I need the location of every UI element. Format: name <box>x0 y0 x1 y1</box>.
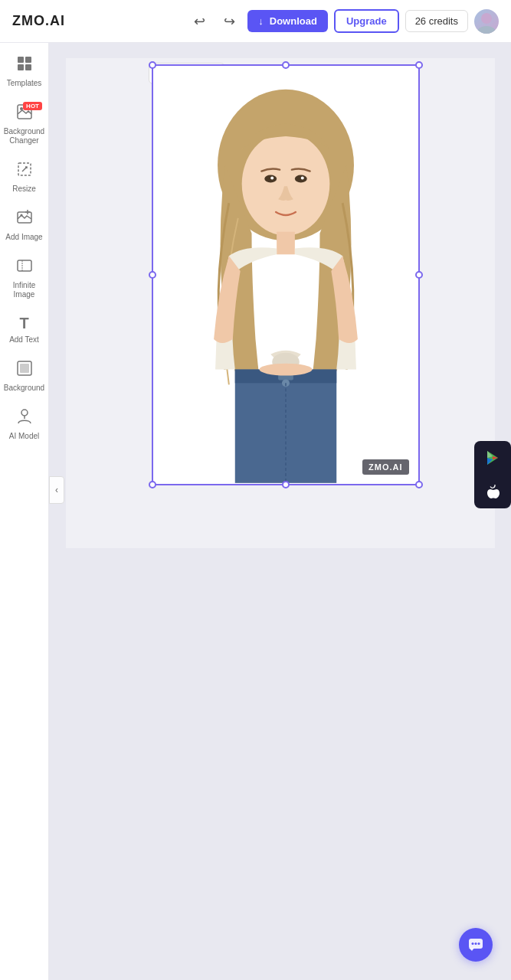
svg-point-7 <box>20 107 23 110</box>
sidebar-item-resize[interactable]: Resize <box>0 155 48 200</box>
background-icon <box>16 360 33 381</box>
svg-point-33 <box>300 176 303 179</box>
undo-button[interactable]: ↩ <box>188 10 211 33</box>
add-image-label: Add Image <box>5 233 42 242</box>
svg-point-45 <box>478 942 480 945</box>
svg-point-10 <box>20 214 22 217</box>
handle-bottom-left[interactable] <box>149 481 156 488</box>
svg-point-0 <box>481 13 492 24</box>
header-actions: ↩ ↪ Download Upgrade 26 credits <box>188 9 499 34</box>
svg-point-44 <box>475 942 477 945</box>
background-label: Background <box>4 384 44 393</box>
infinite-image-icon <box>16 257 33 278</box>
add-image-icon <box>16 209 33 230</box>
svg-point-43 <box>472 942 474 945</box>
add-text-label: Add Text <box>9 335 39 345</box>
svg-rect-16 <box>20 364 29 373</box>
panel-arrow-left[interactable]: ‹ <box>49 476 64 504</box>
svg-point-31 <box>294 175 306 183</box>
ai-model-label: AI Model <box>9 432 39 441</box>
handle-mid-left[interactable] <box>149 271 156 279</box>
svg-rect-13 <box>18 260 31 271</box>
handle-top-right[interactable] <box>415 61 423 69</box>
svg-point-30 <box>264 175 277 183</box>
svg-rect-2 <box>18 57 24 63</box>
chat-bubble-button[interactable] <box>459 928 493 962</box>
handle-bottom-mid[interactable] <box>282 481 290 488</box>
svg-point-41 <box>259 364 312 376</box>
sidebar-item-ai-model[interactable]: AI Model <box>0 402 48 447</box>
header: ZMO.AI ↩ ↪ Download Upgrade 26 credits <box>0 0 511 43</box>
download-button[interactable]: Download <box>247 10 328 32</box>
svg-point-32 <box>270 176 274 179</box>
sidebar-item-infinite-image[interactable]: Infinite Image <box>0 251 48 305</box>
avatar[interactable] <box>474 9 499 34</box>
resize-label: Resize <box>12 185 36 194</box>
sidebar: Templates HOT Background Changer Resize … <box>0 43 49 980</box>
handle-top-left[interactable] <box>149 61 156 69</box>
handle-mid-right[interactable] <box>415 271 423 279</box>
google-play-badge[interactable] <box>474 441 511 475</box>
svg-point-29 <box>241 132 329 235</box>
image-frame[interactable]: ZMO.AI <box>152 64 420 485</box>
svg-rect-4 <box>18 64 24 70</box>
templates-label: Templates <box>7 79 42 88</box>
svg-point-1 <box>477 26 496 34</box>
hot-badge: HOT <box>23 102 42 110</box>
svg-point-17 <box>21 410 28 416</box>
canvas: ZMO.AI <box>66 58 495 548</box>
sidebar-item-templates[interactable]: Templates <box>0 49 48 94</box>
sidebar-item-background-changer[interactable]: HOT Background Changer <box>0 97 48 152</box>
sidebar-item-add-text[interactable]: T Add Text <box>0 309 48 351</box>
watermark: ZMO.AI <box>362 459 409 475</box>
model-image: ZMO.AI <box>153 66 418 484</box>
handle-top-mid[interactable] <box>282 61 290 69</box>
add-text-icon: T <box>19 315 28 332</box>
resize-icon <box>16 161 33 181</box>
sidebar-item-background[interactable]: Background <box>0 354 48 399</box>
main-canvas-area: ZMO.AI <box>49 43 511 980</box>
svg-rect-5 <box>25 64 31 70</box>
sidebar-item-add-image[interactable]: Add Image <box>0 203 48 248</box>
svg-rect-34 <box>277 232 295 255</box>
logo: ZMO.AI <box>12 13 179 29</box>
upgrade-button[interactable]: Upgrade <box>334 9 399 33</box>
credits-button[interactable]: 26 credits <box>405 10 468 32</box>
svg-rect-3 <box>25 57 31 63</box>
download-icon <box>258 15 265 27</box>
templates-icon <box>16 55 33 76</box>
redo-button[interactable]: ↪ <box>218 10 241 33</box>
app-badges <box>474 441 511 508</box>
handle-bottom-right[interactable] <box>415 481 423 488</box>
infinite-image-label: Infinite Image <box>3 281 45 299</box>
apple-store-badge[interactable] <box>474 475 511 508</box>
ai-model-icon <box>16 408 33 429</box>
background-changer-label: Background Changer <box>3 127 45 145</box>
